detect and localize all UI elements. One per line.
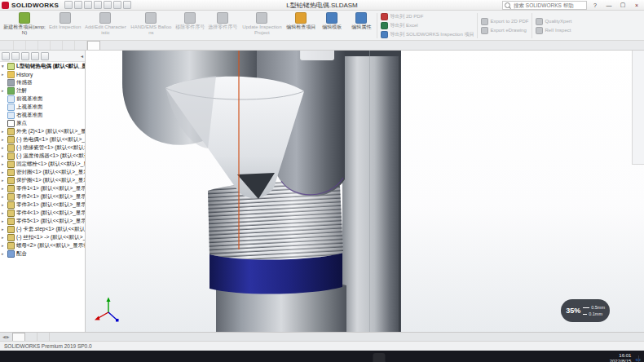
expand-arrow-icon[interactable]: ▸ [2, 170, 6, 174]
tree-item[interactable]: ▸ 配合 [0, 249, 85, 258]
tree-item[interactable]: ▸ 零件3<1> (默认<<默认>_显示状态-1>) [0, 201, 85, 209]
export-edrawing-row[interactable]: Export eDrawing [481, 27, 528, 34]
open-file-icon[interactable] [74, 1, 82, 9]
tree-item[interactable]: ▸ (-) 丝扣<1> -> (默认<<默认>_显示状态-1>) [0, 233, 85, 241]
tab-solidworks-cam[interactable] [75, 41, 87, 50]
displaymanager-tab-icon[interactable] [41, 52, 49, 60]
task-view-button[interactable] [259, 353, 271, 362]
tree-item[interactable]: 上视基准面 [0, 103, 85, 111]
expand-arrow-icon[interactable]: ▸ [2, 161, 6, 166]
configurationmanager-tab-icon[interactable] [21, 52, 29, 60]
tab-layout[interactable] [14, 41, 26, 50]
tree-item[interactable]: ▸ History [0, 70, 85, 78]
save-icon[interactable] [84, 1, 92, 9]
motion-study-tab[interactable] [37, 333, 50, 341]
help-button[interactable]: ? [589, 1, 601, 9]
file-explorer-button[interactable] [276, 353, 288, 362]
hand-ems-balloons-button[interactable]: HAND/EMS Balloons [128, 11, 174, 40]
edit-properties-button[interactable]: 编辑属性 [346, 11, 376, 40]
tab-solidworks-addins[interactable] [51, 41, 63, 50]
export-excel-row[interactable]: 导出到 Excel [381, 22, 474, 29]
expand-arrow-icon[interactable]: ▸ [2, 129, 6, 134]
expand-arrow-icon[interactable]: ▸ [2, 219, 6, 223]
expand-arrow-icon[interactable]: ▾ [2, 64, 6, 68]
undo-icon[interactable] [104, 1, 112, 9]
export-to-2d-pdf-row[interactable]: Export to 2D PDF [481, 18, 528, 25]
model-tab[interactable] [12, 333, 25, 341]
probe-rod[interactable] [342, 51, 401, 332]
expand-arrow-icon[interactable]: ▸ [2, 145, 6, 150]
expand-arrow-icon[interactable]: ▸ [2, 88, 6, 93]
expand-arrow-icon[interactable]: ▸ [2, 202, 6, 207]
tree-item[interactable]: 右视基准面 [0, 111, 85, 119]
tree-item[interactable]: ▸ (-) 卡套.step<1> (默认<<默认>_显示状态-1>) [0, 225, 85, 233]
tree-item[interactable]: ▸ (-) 绝缘瓷管<1> (默认<<默认>_显示状态-1>) [0, 143, 85, 152]
expand-arrow-icon[interactable]: ▸ [2, 251, 6, 256]
reii-inspect-row[interactable]: ReII Inspect [536, 27, 571, 34]
expand-arrow-icon[interactable]: ▸ [2, 235, 6, 240]
tree-item[interactable]: ▸ 外壳 (2)<1> (默认<<默认>_显示状态-1>) [0, 127, 85, 135]
tree-item[interactable]: 传感器 [0, 78, 85, 86]
solidworks-button[interactable] [373, 353, 386, 362]
options-icon[interactable] [123, 1, 131, 9]
show-desktop-button[interactable] [638, 355, 641, 362]
remove-balloons-button[interactable]: 移除零件序号 [174, 11, 206, 40]
chrome-button[interactable] [308, 353, 320, 362]
music-button[interactable] [390, 353, 402, 362]
close-button[interactable]: × [631, 1, 642, 9]
expand-arrow-icon[interactable]: ▸ [2, 210, 6, 215]
tree-item[interactable]: ▸ 注解 [0, 86, 85, 95]
expand-arrow-icon[interactable]: ▸ [2, 178, 6, 183]
tree-item[interactable]: ▸ 零件4<1> (默认<<默认>_显示状态-1>) [0, 209, 85, 217]
edit-template-button[interactable]: 编辑模板 [317, 11, 346, 40]
tree-item[interactable]: ▸ 零件5<1> (默认<<默认>_显示状态-1>) [0, 217, 85, 225]
qq-button[interactable] [357, 353, 369, 362]
prev-tab-icon[interactable]: ◀ [2, 334, 6, 339]
browser-button[interactable] [324, 353, 337, 362]
tree-item[interactable]: ▸ (-) 热电偶<1> (默认<<默认>_显示状态-1>) [0, 135, 85, 143]
new-file-icon[interactable] [64, 1, 73, 9]
expand-arrow-icon[interactable]: ▸ [2, 137, 6, 142]
new-inspection-project-button[interactable]: 新建检查项目(amp;N) [2, 11, 47, 40]
rebuild-icon[interactable] [113, 1, 121, 9]
edit-inspection-button[interactable]: Edit Inspection [47, 11, 82, 40]
select-balloons-button[interactable]: 选择零件序号 [206, 11, 239, 40]
mail-button[interactable] [406, 353, 418, 362]
expand-arrow-icon[interactable]: ▸ [2, 243, 6, 248]
tree-item[interactable]: ▸ (-) 温度传感器<1> (默认<<默认>_显示状态-1>) [0, 152, 85, 160]
panel-chevron-icon[interactable]: ◂ [81, 53, 83, 59]
expand-arrow-icon[interactable]: ▸ [2, 72, 6, 77]
wechat-button[interactable] [341, 353, 353, 362]
export-inspection-project-row[interactable]: 导出到 SOLIDWORKS Inspection 项目 [381, 31, 474, 38]
tab-assembly[interactable] [2, 41, 14, 50]
export-2d-pdf-row[interactable]: 导出到 2D PDF [381, 13, 474, 20]
tab-sketch[interactable] [26, 41, 38, 50]
maximize-button[interactable]: ▢ [617, 1, 629, 9]
expand-arrow-icon[interactable]: ▸ [2, 153, 6, 158]
tree-item[interactable]: ▸ 零件1<1> (默认<<默认>_显示状态-1>) [0, 184, 85, 192]
search-button[interactable] [243, 353, 255, 362]
expand-arrow-icon[interactable]: ▸ [2, 194, 6, 199]
3d-views-tab[interactable] [25, 333, 37, 341]
add-edit-characteristic-button[interactable]: Add/Edit Characteristic [82, 11, 128, 40]
featuremanager-tab-icon[interactable] [2, 52, 10, 60]
tab-evaluate[interactable] [38, 41, 51, 50]
search-input[interactable] [512, 2, 584, 9]
next-tab-icon[interactable]: ▶ [7, 334, 10, 339]
minimize-button[interactable]: — [603, 1, 615, 9]
tree-item[interactable]: 原点 [0, 119, 85, 127]
edit-inspection-project-button[interactable]: 编辑检查项目 [285, 11, 317, 40]
tab-mbd[interactable] [63, 41, 75, 50]
tree-item[interactable]: ▸ 密封圈<1> (默认<<默认>_显示状态-1>) [0, 168, 85, 176]
tab-solidworks-inspection[interactable] [87, 41, 100, 50]
tree-item[interactable]: ▸ 固定螺栓<1> (默认<<默认>_显示状态-1>) [0, 160, 85, 168]
dimxpert-tab-icon[interactable] [31, 52, 39, 60]
tree-item[interactable]: ▸ 保护圈<1> (默认<<默认>_显示状态-1>) [0, 176, 85, 184]
tree-item[interactable]: ▸ 零件2<1> (默认<<默认>_显示状态-1>) [0, 192, 85, 201]
tree-item[interactable]: 前视基准面 [0, 95, 85, 103]
tree-root-item[interactable]: ▾ L型铂铑热电偶 (默认<默认_显示状态-1>) [0, 62, 85, 70]
graphics-viewport[interactable]: 35% 0.5mm 0.1mm [86, 51, 644, 332]
edge-button[interactable] [292, 353, 304, 362]
start-button[interactable] [227, 353, 239, 362]
update-inspection-project-button[interactable]: Update Inspection Project [239, 11, 285, 40]
